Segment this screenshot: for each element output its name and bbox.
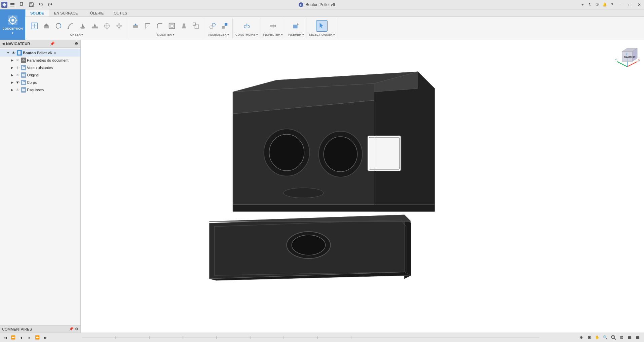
tree-origine[interactable]: ▶ 👁 Origine xyxy=(0,71,80,79)
assembler-label[interactable]: ASSEMBLER ▾ xyxy=(208,33,229,36)
extra-btn-1[interactable]: ＋ xyxy=(579,1,586,8)
press-pull-btn[interactable] xyxy=(130,20,141,32)
play-backward[interactable]: ⏴ xyxy=(17,334,25,341)
svg-point-74 xyxy=(269,134,304,171)
measure-btn[interactable] xyxy=(267,20,279,32)
tab-solide[interactable]: SOLIDE xyxy=(25,9,49,16)
eye-vues[interactable]: 👁 xyxy=(15,65,20,70)
visual-style-btn[interactable]: ▦ xyxy=(626,334,633,341)
scale-btn[interactable] xyxy=(190,20,202,32)
eye-origine[interactable]: 👁 xyxy=(15,72,20,78)
eye-params[interactable]: 👁 xyxy=(15,58,20,63)
comments-pin[interactable]: 📌 xyxy=(69,327,74,331)
construire-label[interactable]: CONSTRUIRE ▾ xyxy=(235,33,258,36)
play-last[interactable]: ⏭ xyxy=(42,334,49,341)
doc-gear[interactable]: ⚙ xyxy=(52,50,57,55)
window-controls: ＋ ↻ ① 🔔 ? ─ □ ✕ xyxy=(579,0,644,9)
svg-text:Z: Z xyxy=(626,53,628,56)
modifier-group: MODIFIER ▾ xyxy=(128,18,204,38)
inspecter-label[interactable]: INSPECTER ▾ xyxy=(263,33,283,36)
help-btn[interactable]: ? xyxy=(608,1,616,8)
grid-snap-btn[interactable]: ⊕ xyxy=(577,334,585,341)
maximize-btn[interactable]: □ xyxy=(625,0,635,9)
minimize-btn[interactable]: ─ xyxy=(616,0,625,9)
grid-btn[interactable]: ⊞ xyxy=(585,334,593,341)
tab-en-surface[interactable]: EN SURFACE xyxy=(49,9,83,16)
pan-btn[interactable]: ✋ xyxy=(594,334,601,341)
file-new[interactable] xyxy=(17,0,26,10)
svg-point-15 xyxy=(11,19,14,22)
tree-esquisses[interactable]: ▶ 👁 Esquisses xyxy=(0,86,80,94)
nav-pin-btn[interactable]: 📌 xyxy=(50,41,55,46)
tree-vues[interactable]: ▶ 👁 Vues existantes xyxy=(0,64,80,71)
construct-plane-btn[interactable] xyxy=(241,20,253,32)
insert-btn[interactable] xyxy=(290,20,302,32)
modifier-label[interactable]: MODIFIER ▾ xyxy=(157,33,175,36)
chamfer-btn[interactable] xyxy=(154,20,165,32)
redo-btn[interactable] xyxy=(46,0,54,10)
extra-btn-3[interactable]: ① xyxy=(594,1,601,8)
selectionner-label[interactable]: SÉLECTIONNER ▾ xyxy=(309,33,335,36)
svg-rect-23 xyxy=(44,26,49,28)
svg-point-80 xyxy=(283,188,324,198)
sweep-btn[interactable] xyxy=(65,20,76,32)
select-btn[interactable] xyxy=(316,20,328,32)
zoom-btn[interactable]: 🔍 xyxy=(602,334,609,341)
web-btn[interactable] xyxy=(101,20,113,32)
menu-file[interactable] xyxy=(8,0,17,10)
close-btn[interactable]: ✕ xyxy=(635,0,644,9)
svg-rect-59 xyxy=(293,25,298,28)
move-btn[interactable] xyxy=(113,20,125,32)
eye-corps[interactable]: 👁 xyxy=(15,80,20,85)
shell-btn[interactable] xyxy=(166,20,178,32)
title-bar-left xyxy=(0,0,54,10)
svg-point-95 xyxy=(292,235,326,255)
svg-marker-37 xyxy=(116,25,118,27)
play-next[interactable]: ⏩ xyxy=(34,334,41,341)
nav-collapse-btn[interactable]: ◀ xyxy=(2,42,5,45)
extra-btn-4[interactable]: 🔔 xyxy=(601,1,608,8)
playback-controls: ⏮ ⏪ ⏴ ⏵ ⏩ ⏭ xyxy=(0,334,49,341)
eye-esquisses[interactable]: 👁 xyxy=(15,87,20,93)
expand-origine[interactable]: ▶ xyxy=(10,73,14,77)
inserer-label[interactable]: INSÉRER ▾ xyxy=(288,33,304,36)
tab-outils[interactable]: OUTILS xyxy=(109,9,132,16)
loft-btn[interactable] xyxy=(77,20,88,32)
expand-esquisses[interactable]: ▶ xyxy=(10,88,14,92)
nav-settings-btn[interactable]: ⚙ xyxy=(75,41,78,46)
creer-label[interactable]: CRÉER ▾ xyxy=(70,33,83,36)
expand-vues[interactable]: ▶ xyxy=(10,66,14,70)
draft-btn[interactable] xyxy=(178,20,190,32)
tree-params[interactable]: ▶ 👁 ⚙ Paramètres du document xyxy=(0,57,80,64)
play-first[interactable]: ⏮ xyxy=(1,334,9,341)
canvas-btn[interactable]: ▦ xyxy=(634,334,641,341)
viewport[interactable]: GAUCHE X Y Z xyxy=(81,40,644,333)
eye-root[interactable]: 👁 xyxy=(11,50,16,56)
tab-tolerie[interactable]: TÔLERIE xyxy=(83,9,109,16)
play-prev[interactable]: ⏪ xyxy=(9,334,17,341)
expand-root[interactable]: ▼ xyxy=(6,51,10,55)
extrude-btn[interactable] xyxy=(41,20,52,32)
revolve-btn[interactable] xyxy=(53,20,64,32)
tabs-row: SOLIDE EN SURFACE TÔLERIE OUTILS xyxy=(25,9,644,17)
expand-params[interactable]: ▶ xyxy=(10,58,14,62)
display-mode-btn[interactable]: ⊡ xyxy=(618,334,625,341)
save-btn[interactable] xyxy=(27,0,36,10)
view-cube[interactable]: GAUCHE X Y Z xyxy=(614,43,641,70)
comments-settings[interactable]: ⚙ xyxy=(75,327,78,331)
conception-button[interactable]: CONCEPTION ▼ xyxy=(0,9,25,40)
play-forward[interactable]: ⏵ xyxy=(26,334,33,341)
rib-btn[interactable] xyxy=(89,20,101,32)
extra-btn-2[interactable]: ↻ xyxy=(586,1,594,8)
joint-btn[interactable] xyxy=(207,20,218,32)
tree-corps[interactable]: ▶ 👁 Corps xyxy=(0,79,80,86)
undo-btn[interactable] xyxy=(36,0,45,10)
expand-corps[interactable]: ▶ xyxy=(10,80,14,84)
fillet-btn[interactable] xyxy=(142,20,153,32)
svg-marker-31 xyxy=(93,24,96,27)
timeline-bar[interactable] xyxy=(81,333,644,342)
as-built-joint-btn[interactable] xyxy=(219,20,230,32)
tree-root[interactable]: ▼ 👁 Bouton Pellet v6 ⚙ xyxy=(0,49,80,57)
new-sketch-btn[interactable] xyxy=(29,20,40,32)
zoom-fit-btn[interactable] xyxy=(610,334,617,341)
